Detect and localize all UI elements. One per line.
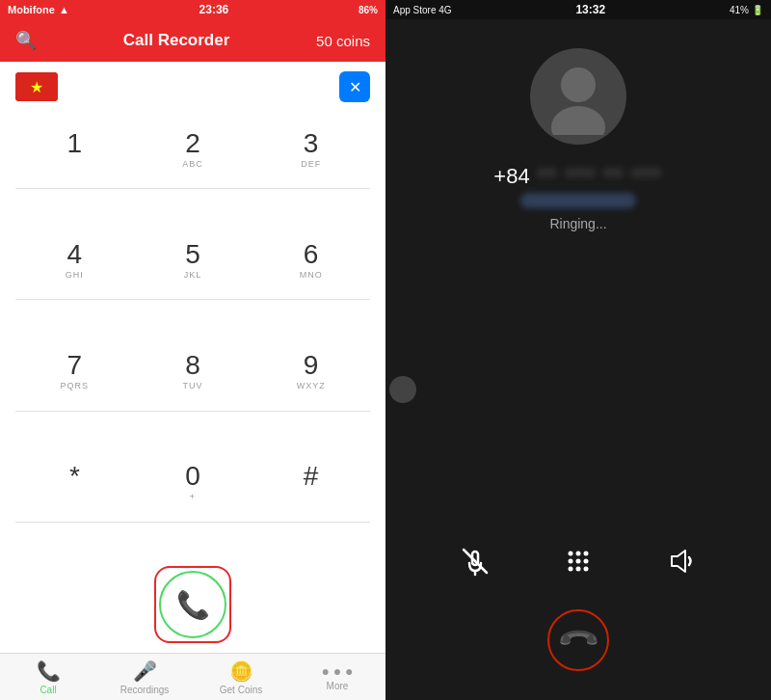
dial-number: 5 (185, 241, 200, 268)
phone-number-blurred: ** *** ** *** (538, 164, 663, 189)
svg-point-13 (583, 567, 588, 572)
dialpad: 12ABC3DEF4GHI5JKL6MNO7PQRS8TUV9WXYZ*0+# … (0, 112, 386, 653)
coins-display: 50 coins (316, 33, 370, 49)
status-icons: 86% (359, 5, 378, 15)
phone-country-code: +84 (493, 164, 529, 189)
dial-number: 0 (185, 463, 200, 490)
app-store-label: App Store 4G (393, 5, 452, 15)
dial-number: 6 (304, 241, 319, 268)
dial-key-8[interactable]: 8TUV (134, 335, 253, 412)
svg-point-6 (575, 552, 580, 556)
avatar-silhouette (540, 58, 617, 135)
dial-sub: WXYZ (297, 381, 326, 392)
svg-point-5 (568, 552, 572, 556)
contact-avatar (530, 48, 626, 145)
dial-sub: GHI (66, 270, 84, 282)
speaker-icon (666, 546, 697, 577)
dial-key-0[interactable]: 0+ (134, 445, 253, 523)
call-button-wrapper: 📞 (154, 566, 231, 643)
coins-tab-icon: 🪙 (229, 660, 253, 683)
side-volume-button[interactable] (389, 376, 416, 403)
svg-line-2 (464, 550, 487, 573)
dial-number: # (304, 463, 319, 490)
app-title: Call Recorder (123, 31, 230, 50)
left-panel: Mobifone ▲ 23:36 86% 🔍 Call Recorder 50 … (0, 0, 386, 700)
end-call-icon: 📞 (555, 617, 601, 663)
dial-sub: ABC (182, 159, 203, 171)
svg-rect-3 (472, 552, 478, 565)
dial-number: 9 (304, 352, 319, 379)
dial-key-9[interactable]: 9WXYZ (252, 335, 370, 412)
dial-number: 3 (304, 130, 319, 157)
dial-key-#[interactable]: # (252, 445, 370, 523)
dial-key-5[interactable]: 5JKL (134, 223, 253, 300)
dial-key-*[interactable]: * (15, 445, 134, 523)
dial-key-1[interactable]: 1 (15, 112, 134, 189)
battery-percent: 41% (730, 5, 749, 15)
dial-number: 4 (67, 241, 83, 268)
dial-number: 1 (67, 130, 83, 157)
right-time: 13:32 (575, 3, 605, 16)
contact-name-blurred (520, 193, 636, 208)
dial-key-7[interactable]: 7PQRS (15, 335, 134, 412)
dial-sub: TUV (182, 381, 202, 392)
status-bar-left: Mobifone ▲ 23:36 86% (0, 0, 386, 19)
right-status-left: App Store 4G (393, 5, 452, 15)
carrier-info: Mobifone ▲ (8, 4, 69, 15)
dial-number: 7 (67, 352, 83, 379)
svg-point-10 (583, 559, 588, 564)
svg-point-7 (583, 552, 588, 556)
dial-sub: MNO (300, 270, 323, 282)
app-header: 🔍 Call Recorder 50 coins (0, 19, 386, 62)
dial-key-2[interactable]: 2ABC (134, 112, 253, 189)
end-call-area: 📞 (547, 609, 609, 671)
more-tab-label: More (327, 681, 349, 691)
call-controls (386, 532, 771, 590)
status-bar-right: App Store 4G 13:32 41% 🔋 (386, 0, 771, 19)
tab-more[interactable]: ● ● ● More (289, 654, 386, 700)
dial-number: 8 (185, 352, 200, 379)
tab-recordings[interactable]: 🎤 Recordings (96, 654, 193, 700)
call-status: Ringing... (549, 216, 606, 231)
dial-key-6[interactable]: 6MNO (252, 223, 370, 300)
country-flag-button[interactable]: ★ (15, 72, 58, 101)
end-call-button[interactable]: 📞 (547, 609, 609, 671)
battery-level: 86% (359, 5, 378, 15)
keypad-icon (563, 546, 594, 577)
dial-sub: JKL (184, 270, 202, 282)
country-row: ★ ✕ (0, 62, 386, 112)
mute-button[interactable] (446, 532, 504, 590)
clear-button[interactable]: ✕ (339, 71, 370, 102)
flag-star-icon: ★ (30, 78, 43, 96)
keypad-button[interactable] (549, 532, 607, 590)
dial-number: * (69, 463, 80, 490)
call-button-area: 📞 (15, 556, 370, 653)
dial-key-4[interactable]: 4GHI (15, 223, 134, 300)
call-tab-icon: 📞 (37, 660, 61, 683)
wifi-icon: ▲ (59, 4, 69, 15)
right-battery: 41% 🔋 (730, 5, 763, 15)
svg-point-1 (551, 106, 605, 135)
phone-icon: 📞 (176, 589, 210, 621)
dial-number: 2 (185, 130, 200, 157)
recordings-tab-label: Recordings (120, 685, 170, 695)
search-icon[interactable]: 🔍 (15, 30, 37, 51)
battery-icon: 🔋 (752, 5, 763, 15)
call-tab-label: Call (40, 685, 56, 695)
carrier-name: Mobifone (8, 4, 55, 15)
dial-sub: + (190, 492, 196, 503)
dial-key-3[interactable]: 3DEF (252, 112, 370, 189)
svg-point-8 (568, 559, 572, 564)
tab-call[interactable]: 📞 Call (0, 654, 96, 700)
dial-sub: DEF (301, 159, 321, 171)
svg-point-0 (561, 67, 596, 102)
speaker-button[interactable] (652, 532, 710, 590)
dialpad-grid: 12ABC3DEF4GHI5JKL6MNO7PQRS8TUV9WXYZ*0+# (15, 112, 370, 556)
coins-tab-label: Get Coins (220, 685, 262, 695)
svg-point-9 (575, 559, 580, 564)
clear-icon: ✕ (349, 78, 361, 96)
call-button[interactable]: 📞 (159, 571, 226, 638)
left-time: 23:36 (199, 3, 229, 16)
tab-get-coins[interactable]: 🪙 Get Coins (193, 654, 289, 700)
svg-marker-14 (672, 551, 685, 572)
